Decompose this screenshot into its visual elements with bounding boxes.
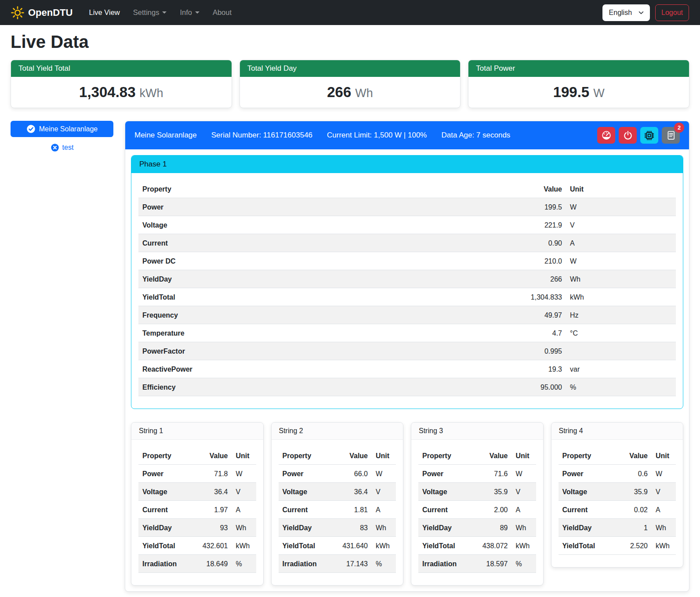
value-cell: 18.597 [467,555,512,573]
string-card-title: String 3 [411,423,543,440]
unit-cell: V [512,483,536,501]
phase-panel: Phase 1 PropertyValueUnitPower199.5WVolt… [131,155,683,409]
sun-icon [11,6,24,19]
property-cell: Current [418,501,467,519]
property-cell: YieldDay [279,519,327,537]
brand[interactable]: OpenDTU [11,6,73,19]
string-card-body: PropertyValueUnitPower0.6WVoltage35.9VCu… [551,440,683,567]
data-table: PropertyValueUnitPower71.6WVoltage35.9VC… [418,447,536,573]
unit-cell: W [652,465,676,483]
device-info-button[interactable] [640,127,658,144]
unit-cell: kWh [232,537,256,555]
column-header: Unit [652,447,676,465]
value-cell: 1.81 [327,501,372,519]
nav-item-live-view[interactable]: Live View [82,5,126,20]
inverter-name: Meine Solaranlage [134,131,197,140]
unit-cell: var [566,360,676,378]
unit-cell: A [566,234,676,252]
data-table: PropertyValueUnitPower199.5WVoltage221.9… [138,180,676,396]
summary-card-value: 199.5 [553,84,590,100]
column-header: Value [607,447,652,465]
property-cell: YieldTotal [138,288,509,306]
event-log-button[interactable]: 2 [662,127,680,144]
value-cell: 36.4 [187,483,232,501]
summary-card-title: Total Power [468,60,689,77]
column-header: Property [559,447,607,465]
total-yield-total-card: Total Yield Total 1,304.83kWh [11,60,232,108]
property-cell: Power [138,465,187,483]
property-cell: YieldTotal [559,537,607,555]
logout-button[interactable]: Logout [655,4,689,21]
unit-cell: % [512,555,536,573]
string-card-body: PropertyValueUnitPower66.0WVoltage36.4VC… [272,440,403,585]
column-header: Property [279,447,327,465]
value-cell: 210.0 [509,252,566,270]
language-select[interactable]: English [602,4,650,21]
inverter-limit: Current Limit: 1,500 W | 100% [327,131,427,140]
table-row: Power0.6W [559,465,676,483]
table-row: Frequency49.97Hz [138,306,676,324]
unit-cell: V [372,483,396,501]
property-cell: Power [279,465,327,483]
table-row: Current1.81A [279,501,396,519]
table-row: YieldTotal1,304.833kWh [138,288,676,306]
value-cell: 95.000 [509,378,566,396]
data-table: PropertyValueUnitPower66.0WVoltage36.4VC… [279,447,396,573]
property-cell: PowerFactor [138,342,509,360]
unit-cell: Hz [566,306,676,324]
table-row: Temperature4.7°C [138,324,676,342]
unit-cell: Wh [652,519,676,537]
value-cell: 0.02 [607,501,652,519]
nav-item-info[interactable]: Info [173,5,206,20]
unit-cell: kWh [512,537,536,555]
property-cell: Voltage [279,483,327,501]
table-row: YieldDay89Wh [418,519,536,537]
property-cell: Irradiation [138,555,187,573]
string-card: String 4PropertyValueUnitPower0.6WVoltag… [551,422,684,568]
column-header: Unit [232,447,256,465]
speedometer-icon [602,130,611,140]
value-cell: 71.6 [467,465,512,483]
navbar: OpenDTU Live View Settings Info About En… [0,0,700,25]
check-circle-icon [26,124,36,134]
summary-card-value: 1,304.83 [79,84,135,100]
string-card-body: PropertyValueUnitPower71.8WVoltage36.4VC… [131,440,263,585]
limit-settings-button[interactable] [597,127,615,144]
table-header-row: PropertyValueUnit [559,447,676,465]
unit-cell: Wh [512,519,536,537]
column-header: Unit [512,447,536,465]
chevron-down-icon [162,11,167,14]
unit-cell: kWh [566,288,676,306]
nav-item-label: Live View [89,8,120,17]
unit-cell: kWh [652,537,676,555]
table-row: Current2.00A [418,501,536,519]
inverter-body: Phase 1 PropertyValueUnitPower199.5WVolt… [125,149,689,591]
property-cell: Temperature [138,324,509,342]
property-cell: Current [138,234,509,252]
inverter-select-button[interactable]: Meine Solaranlage [11,121,113,137]
summary-card-body: 1,304.83kWh [11,77,232,108]
inverter-header: Meine Solaranlage Serial Number: 1161716… [125,121,689,149]
property-cell: Efficiency [138,378,509,396]
table-row: Current1.97A [138,501,256,519]
value-cell: 199.5 [509,198,566,216]
strings-row: String 1PropertyValueUnitPower71.8WVolta… [131,422,683,586]
unit-cell: Wh [566,270,676,288]
data-table: PropertyValueUnitPower71.8WVoltage36.4VC… [138,447,256,573]
nav-item-settings[interactable]: Settings [127,5,174,20]
value-cell: 66.0 [327,465,372,483]
inverter-sidebar: Meine Solaranlage test [11,121,113,152]
property-cell: Voltage [559,483,607,501]
value-cell: 89 [467,519,512,537]
nav-item-about[interactable]: About [206,5,238,20]
power-toggle-button[interactable] [619,127,637,144]
table-row: Voltage36.4V [138,483,256,501]
inverter-link-test[interactable]: test [11,143,113,152]
value-cell: 2.00 [467,501,512,519]
value-cell: 432.601 [187,537,232,555]
summary-card-title: Total Yield Total [11,60,232,77]
table-header-row: PropertyValueUnit [279,447,396,465]
journal-text-icon [666,130,676,140]
property-cell: YieldTotal [138,537,187,555]
table-row: YieldDay83Wh [279,519,396,537]
